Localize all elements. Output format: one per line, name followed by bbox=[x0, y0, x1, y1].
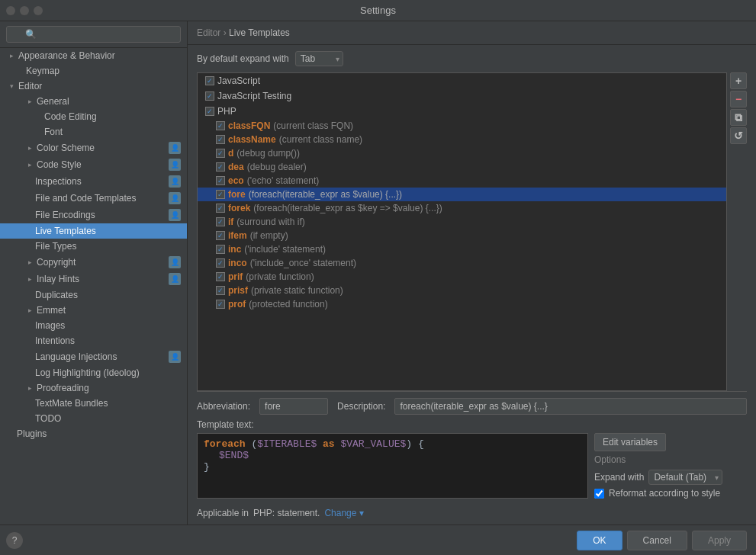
minimize-button[interactable] bbox=[6, 6, 15, 15]
description-label: Description: bbox=[337, 401, 385, 412]
reformat-checkbox[interactable] bbox=[594, 489, 604, 499]
sidebar-item-log-highlighting[interactable]: Log Highlighting (Ideolog) bbox=[0, 365, 187, 380]
sidebar-label-log-highlighting: Log Highlighting (Ideolog) bbox=[35, 367, 140, 378]
template-row-if[interactable]: if (surround with if) bbox=[198, 215, 726, 229]
template-row-ifem[interactable]: ifem (if empty) bbox=[198, 229, 726, 242]
detail-expand-with-select[interactable]: Default (Tab) Tab Enter bbox=[648, 470, 722, 485]
group-checkbox-javascript-testing[interactable] bbox=[205, 91, 214, 101]
group-row-javascript-testing[interactable]: JavaScript Testing bbox=[198, 88, 726, 104]
template-name-ifem: ifem bbox=[228, 230, 247, 241]
template-checkbox-eco[interactable] bbox=[216, 176, 225, 185]
group-name-javascript-testing: JavaScript Testing bbox=[217, 91, 291, 101]
code-editor[interactable]: foreach ($ITERABLE$ as $VAR_VALUE$) { $E… bbox=[197, 433, 588, 499]
template-row-inc[interactable]: inc ('include' statement) bbox=[198, 242, 726, 256]
template-checkbox-d[interactable] bbox=[216, 149, 225, 158]
group-checkbox-php[interactable] bbox=[205, 107, 214, 116]
copy-template-button[interactable]: ⧉ bbox=[730, 109, 747, 126]
applicable-row: Applicable in PHP: statement. Change ▾ bbox=[197, 503, 747, 518]
sidebar-item-emmet[interactable]: ▸Emmet bbox=[0, 303, 187, 318]
template-group-javascript: JavaScript bbox=[198, 73, 726, 88]
template-row-dea[interactable]: dea (debug dealer) bbox=[198, 160, 726, 174]
template-checkbox-inc[interactable] bbox=[216, 245, 225, 254]
search-input[interactable] bbox=[6, 26, 181, 43]
sidebar-item-plugins[interactable]: Plugins bbox=[0, 426, 187, 441]
group-row-javascript[interactable]: JavaScript bbox=[198, 73, 726, 88]
template-row-eco[interactable]: eco ('echo' statement) bbox=[198, 174, 726, 188]
description-input[interactable] bbox=[394, 398, 747, 415]
sidebar-item-intentions[interactable]: Intentions bbox=[0, 333, 187, 348]
template-checkbox-prif[interactable] bbox=[216, 272, 225, 281]
template-checkbox-prof[interactable] bbox=[216, 300, 225, 309]
sidebar-item-textmate[interactable]: TextMate Bundles bbox=[0, 396, 187, 411]
template-row-prof[interactable]: prof (protected function) bbox=[198, 297, 726, 311]
sidebar-item-todo[interactable]: TODO bbox=[0, 411, 187, 426]
expand-icon-code-style: ▸ bbox=[24, 159, 35, 170]
sidebar-item-font[interactable]: Font bbox=[0, 124, 187, 140]
template-checkbox-fore[interactable] bbox=[216, 190, 225, 199]
sidebar-item-color-scheme[interactable]: ▸Color Scheme👤 bbox=[0, 140, 187, 156]
sidebar-item-duplicates[interactable]: Duplicates bbox=[0, 287, 187, 303]
change-link[interactable]: Change ▾ bbox=[324, 508, 363, 518]
sidebar-item-editor[interactable]: ▾Editor bbox=[0, 79, 187, 94]
sidebar-item-file-encodings[interactable]: File Encodings👤 bbox=[0, 207, 187, 223]
group-checkbox-javascript[interactable] bbox=[205, 76, 214, 85]
sidebar-item-images[interactable]: Images bbox=[0, 318, 187, 333]
template-checkbox-ifem[interactable] bbox=[216, 231, 225, 240]
apply-button[interactable]: Apply bbox=[692, 531, 747, 550]
sidebar-item-file-templates[interactable]: File and Code Templates👤 bbox=[0, 190, 187, 207]
revert-template-button[interactable]: ↺ bbox=[730, 127, 747, 144]
sidebar-label-appearance: Appearance & Behavior bbox=[18, 50, 115, 61]
sidebar-item-language-injections[interactable]: Language Injections👤 bbox=[0, 348, 187, 365]
cancel-button[interactable]: Cancel bbox=[627, 531, 687, 550]
template-desc-inc: ('include' statement) bbox=[244, 244, 326, 255]
sidebar-item-inlay-hints[interactable]: ▸Inlay Hints👤 bbox=[0, 271, 187, 287]
sidebar-item-file-types[interactable]: File Types bbox=[0, 239, 187, 254]
sidebar-item-general[interactable]: ▸General bbox=[0, 94, 187, 109]
sidebar-item-appearance[interactable]: ▸Appearance & Behavior bbox=[0, 48, 187, 63]
applicable-context: PHP: statement. bbox=[253, 508, 320, 518]
template-row-d[interactable]: d (debug dump()) bbox=[198, 146, 726, 160]
group-row-php[interactable]: PHP bbox=[198, 104, 726, 119]
template-row-prisf[interactable]: prisf (private static function) bbox=[198, 284, 726, 297]
template-checkbox-dea[interactable] bbox=[216, 162, 225, 172]
template-checkbox-if[interactable] bbox=[216, 217, 225, 226]
remove-template-button[interactable]: − bbox=[730, 91, 747, 107]
edit-variables-button[interactable]: Edit variables bbox=[594, 433, 666, 451]
sidebar-item-copyright[interactable]: ▸Copyright👤 bbox=[0, 254, 187, 271]
window-controls[interactable] bbox=[6, 6, 43, 15]
template-checkbox-prisf[interactable] bbox=[216, 286, 225, 295]
template-row-fore[interactable]: fore (foreach(iterable_expr as $value) {… bbox=[198, 188, 726, 201]
sidebar-label-file-templates: File and Code Templates bbox=[35, 193, 137, 204]
template-desc-prif: (private function) bbox=[246, 271, 314, 282]
maximize-button[interactable] bbox=[20, 6, 29, 15]
sidebar-item-live-templates[interactable]: Live Templates bbox=[0, 223, 187, 239]
template-desc-fore: (foreach(iterable_expr as $value) {...}) bbox=[249, 189, 402, 200]
sidebar-item-inspections[interactable]: Inspections👤 bbox=[0, 173, 187, 190]
abbreviation-input[interactable] bbox=[259, 398, 328, 415]
template-name-className: className bbox=[228, 134, 276, 145]
template-row-inco[interactable]: inco ('include_once' statement) bbox=[198, 256, 726, 270]
profile-icon-language-injections: 👤 bbox=[169, 351, 181, 363]
template-row-className[interactable]: className (current class name) bbox=[198, 133, 726, 146]
template-checkbox-classFQN[interactable] bbox=[216, 121, 225, 130]
expand-with-select[interactable]: Tab Enter Space bbox=[295, 51, 343, 66]
expand-icon-emmet: ▸ bbox=[24, 305, 35, 316]
sidebar-item-proofreading[interactable]: ▸Proofreading bbox=[0, 380, 187, 396]
add-template-button[interactable]: + bbox=[730, 72, 747, 89]
expand-icon-color-scheme: ▸ bbox=[24, 143, 35, 153]
template-row-forek[interactable]: forek (foreach(iterable_expr as $key => … bbox=[198, 201, 726, 215]
template-row-prif[interactable]: prif (private function) bbox=[198, 270, 726, 284]
sidebar-item-code-style[interactable]: ▸Code Style👤 bbox=[0, 156, 187, 173]
template-checkbox-inco[interactable] bbox=[216, 258, 225, 268]
ok-button[interactable]: OK bbox=[577, 531, 622, 550]
close-button[interactable] bbox=[34, 6, 43, 15]
template-row-classFQN[interactable]: classFQN (current class FQN) bbox=[198, 119, 726, 133]
breadcrumb-separator: › bbox=[224, 27, 229, 38]
template-name-inc: inc bbox=[228, 244, 241, 255]
help-icon[interactable]: ? bbox=[6, 532, 23, 549]
sidebar-item-code-editing[interactable]: Code Editing bbox=[0, 109, 187, 124]
sidebar-label-textmate: TextMate Bundles bbox=[35, 398, 108, 409]
sidebar-item-keymap[interactable]: Keymap bbox=[0, 63, 187, 79]
template-checkbox-className[interactable] bbox=[216, 135, 225, 144]
template-checkbox-forek[interactable] bbox=[216, 204, 225, 213]
